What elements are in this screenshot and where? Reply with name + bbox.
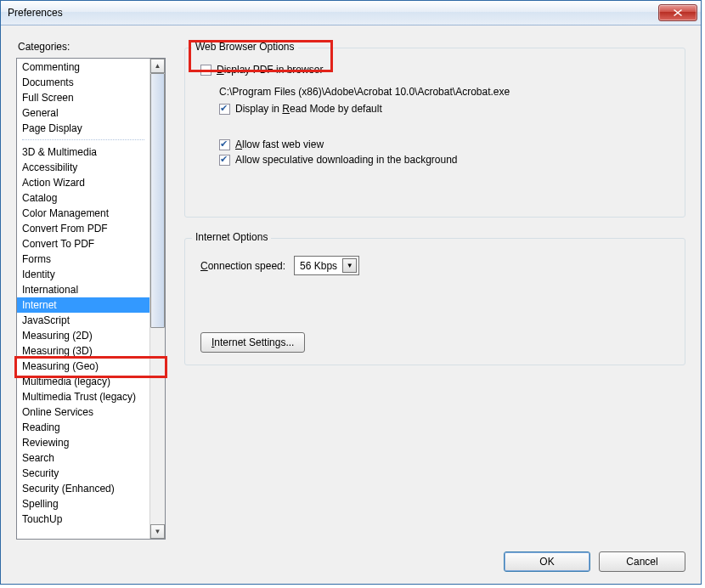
category-item[interactable]: Forms [17, 252, 149, 267]
display-pdf-checkbox-row[interactable]: Display PDF in browser [200, 64, 673, 76]
fast-web-view-label: Allow fast web view [235, 139, 324, 150]
speculative-download-label: Allow speculative downloading in the bac… [235, 154, 458, 166]
categories-label: Categories: [18, 41, 166, 53]
close-icon [674, 9, 682, 16]
category-item[interactable]: Online Services [17, 404, 149, 420]
categories-listbox[interactable]: CommentingDocumentsFull ScreenGeneralPag… [16, 58, 166, 540]
speculative-download-checkbox[interactable] [219, 155, 230, 166]
category-item[interactable]: Action Wizard [17, 175, 149, 190]
connection-speed-value: 56 Kbps [300, 260, 337, 272]
web-browser-options-group: Web Browser Options Display PDF in brows… [184, 48, 685, 218]
cancel-button[interactable]: Cancel [599, 551, 685, 572]
read-mode-label: Display in Read Mode by default [235, 103, 382, 115]
fast-web-view-row[interactable]: Allow fast web view [219, 139, 673, 150]
speculative-download-row[interactable]: Allow speculative downloading in the bac… [219, 154, 673, 166]
internet-options-legend: Internet Options [192, 231, 271, 243]
category-item[interactable]: Multimedia Trust (legacy) [17, 389, 149, 404]
category-item[interactable]: Full Screen [17, 90, 149, 105]
client-area: Categories: CommentingDocumentsFull Scre… [1, 25, 701, 584]
category-item[interactable]: Convert To PDF [17, 236, 149, 252]
category-item[interactable]: General [17, 105, 149, 121]
category-item[interactable]: TouchUp [17, 512, 149, 527]
window-title: Preferences [8, 7, 63, 19]
category-item[interactable]: Measuring (3D) [17, 343, 149, 359]
category-item[interactable]: Internet [17, 297, 149, 313]
internet-options-group: Internet Options Connection speed: 56 Kb… [184, 238, 685, 365]
fast-web-view-checkbox[interactable] [219, 139, 230, 150]
category-item[interactable]: Identity [17, 267, 149, 282]
web-browser-legend: Web Browser Options [192, 41, 298, 53]
category-item[interactable]: Spelling [17, 496, 149, 512]
preferences-dialog: Preferences Categories: CommentingDocume… [0, 0, 702, 585]
acrobat-path: C:\Program Files (x86)\Adobe\Acrobat 10.… [219, 86, 673, 98]
display-pdf-checkbox[interactable] [200, 65, 212, 76]
category-item[interactable]: Color Management [17, 206, 149, 221]
chevron-down-icon[interactable]: ▼ [342, 258, 357, 273]
category-item[interactable]: Accessibility [17, 160, 149, 175]
category-item[interactable]: JavaScript [17, 313, 149, 328]
close-button[interactable] [658, 4, 697, 21]
category-item[interactable]: Commenting [17, 59, 149, 75]
category-item[interactable]: Documents [17, 75, 149, 90]
category-item[interactable]: Security (Enhanced) [17, 481, 149, 496]
category-item[interactable]: Measuring (Geo) [17, 359, 149, 374]
category-item[interactable]: Reviewing [17, 435, 149, 450]
category-item[interactable]: Catalog [17, 190, 149, 206]
category-item[interactable]: Convert From PDF [17, 221, 149, 236]
internet-settings-button[interactable]: Internet Settings... [200, 332, 305, 353]
ok-button[interactable]: OK [504, 551, 590, 572]
scroll-up-button[interactable]: ▲ [150, 59, 165, 73]
titlebar: Preferences [1, 1, 701, 25]
category-item[interactable]: Security [17, 466, 149, 481]
category-item[interactable]: Search [17, 450, 149, 466]
read-mode-checkbox-row[interactable]: Display in Read Mode by default [219, 103, 673, 115]
display-pdf-label: Display PDF in browser [217, 64, 323, 76]
category-item[interactable]: Multimedia (legacy) [17, 374, 149, 389]
category-item[interactable]: 3D & Multimedia [17, 144, 149, 160]
category-item[interactable]: Reading [17, 420, 149, 435]
category-item[interactable]: Page Display [17, 121, 149, 136]
connection-speed-combo[interactable]: 56 Kbps ▼ [294, 256, 359, 275]
scroll-thumb[interactable] [150, 73, 165, 328]
connection-speed-label: Connection speed: [200, 260, 285, 272]
category-item[interactable]: International [17, 282, 149, 297]
scroll-down-button[interactable]: ▼ [150, 524, 165, 539]
category-item[interactable]: Measuring (2D) [17, 328, 149, 343]
category-separator [22, 139, 144, 141]
scrollbar[interactable]: ▲ ▼ [149, 59, 165, 539]
dialog-footer: OK Cancel [16, 551, 685, 572]
read-mode-checkbox[interactable] [219, 104, 230, 115]
